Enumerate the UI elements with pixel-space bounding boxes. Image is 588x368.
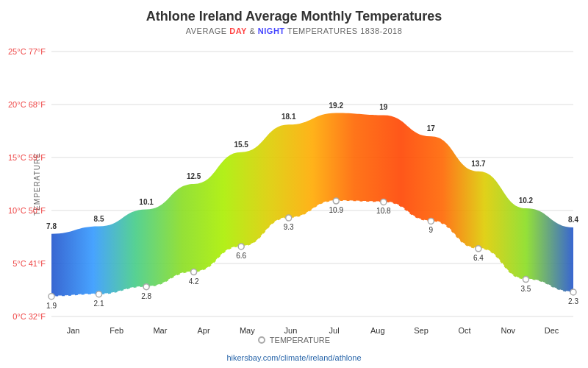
svg-text:6.4: 6.4	[473, 254, 484, 262]
svg-point-21	[476, 246, 481, 252]
svg-point-23	[570, 289, 576, 295]
x-label-apr: Apr	[182, 326, 226, 335]
chart-subtitle: AVERAGE DAY & NIGHT TEMPERATURES 1838-20…	[0, 26, 588, 35]
svg-text:7.8: 7.8	[46, 222, 57, 230]
subtitle-prefix: AVERAGE	[186, 26, 229, 35]
svg-text:1.9: 1.9	[46, 302, 57, 310]
svg-text:5°C 41°F: 5°C 41°F	[12, 259, 46, 268]
legend-dot	[258, 336, 265, 344]
svg-text:17: 17	[427, 124, 436, 132]
svg-text:20°C 68°F: 20°C 68°F	[8, 100, 46, 109]
svg-text:6.6: 6.6	[236, 252, 246, 260]
x-labels: JanFebMarAprMayJunJulAugSepOctNovDec	[51, 326, 573, 335]
svg-point-16	[238, 244, 244, 250]
svg-point-13	[96, 291, 102, 297]
subtitle-day: DAY	[229, 26, 247, 35]
svg-text:9: 9	[429, 226, 434, 234]
footer-url[interactable]: hikersbay.com/climate/ireland/athlone	[0, 353, 588, 362]
svg-text:8.4: 8.4	[568, 216, 578, 224]
chart-area: 25°C 77°F20°C 68°F15°C 59°F10°C 50°F5°C …	[51, 52, 573, 316]
svg-text:9.3: 9.3	[284, 223, 294, 231]
svg-text:15°C 59°F: 15°C 59°F	[8, 153, 46, 162]
subtitle-suffix: TEMPERATURES 1838-2018	[285, 26, 403, 35]
svg-point-20	[428, 218, 434, 224]
x-label-mar: Mar	[138, 326, 182, 335]
x-label-dec: Dec	[530, 326, 573, 335]
svg-text:10°C 50°F: 10°C 50°F	[8, 206, 46, 215]
chart-title: Athlone Ireland Average Monthly Temperat…	[0, 0, 588, 24]
x-label-jan: Jan	[51, 326, 95, 335]
x-label-jun: Jun	[269, 326, 312, 335]
chart-svg: 25°C 77°F20°C 68°F15°C 59°F10°C 50°F5°C …	[51, 52, 573, 316]
svg-text:0°C 32°F: 0°C 32°F	[12, 312, 46, 321]
svg-text:8.5: 8.5	[94, 215, 104, 223]
svg-text:2.3: 2.3	[568, 297, 578, 305]
svg-text:19.2: 19.2	[329, 102, 344, 110]
svg-point-14	[143, 284, 149, 290]
svg-text:13.7: 13.7	[471, 160, 486, 168]
svg-text:19: 19	[379, 103, 388, 111]
x-label-feb: Feb	[95, 326, 138, 335]
legend-label: TEMPERATURE	[270, 336, 330, 344]
subtitle-night: NIGHT	[258, 26, 285, 35]
chart-container: Athlone Ireland Average Monthly Temperat…	[0, 0, 588, 368]
svg-text:15.5: 15.5	[234, 141, 248, 149]
svg-point-22	[523, 277, 528, 283]
x-label-jul: Jul	[312, 326, 356, 335]
legend: TEMPERATURE	[0, 336, 588, 344]
svg-point-15	[191, 269, 197, 275]
x-label-may: May	[226, 326, 269, 335]
svg-text:10.8: 10.8	[376, 207, 391, 215]
svg-text:18.1: 18.1	[282, 113, 296, 121]
x-label-oct: Oct	[443, 326, 487, 335]
svg-text:2.8: 2.8	[141, 292, 151, 300]
svg-point-17	[286, 215, 292, 221]
svg-text:12.5: 12.5	[187, 172, 201, 180]
svg-text:2.1: 2.1	[94, 300, 104, 308]
svg-text:3.5: 3.5	[521, 285, 531, 293]
svg-point-18	[333, 198, 339, 204]
svg-text:10.1: 10.1	[139, 198, 154, 206]
svg-text:4.2: 4.2	[189, 277, 199, 286]
x-label-aug: Aug	[356, 326, 399, 335]
svg-text:10.9: 10.9	[329, 206, 344, 214]
x-label-sep: Sep	[399, 326, 442, 335]
x-label-nov: Nov	[487, 326, 530, 335]
svg-point-12	[49, 294, 54, 300]
svg-text:10.2: 10.2	[519, 197, 534, 205]
subtitle-connector: &	[247, 26, 258, 35]
svg-text:25°C 77°F: 25°C 77°F	[8, 47, 46, 56]
svg-point-19	[381, 199, 387, 205]
